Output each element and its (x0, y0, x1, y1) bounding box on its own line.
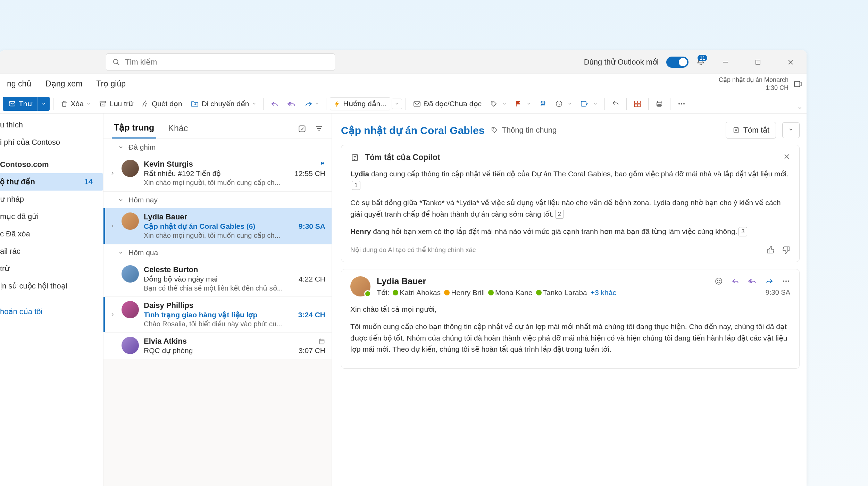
close-icon (783, 153, 790, 160)
thumbs-down-button[interactable] (782, 246, 790, 254)
section-yesterday[interactable]: Hôm qua (103, 244, 332, 261)
folder-inbox[interactable]: ộ thư đến14 (0, 173, 103, 191)
rules-button[interactable] (577, 98, 601, 110)
reference-badge[interactable]: 3 (738, 227, 747, 236)
message-item[interactable]: Kevin Sturgis Rất nhiều #192 Tiến độ12:5… (103, 156, 332, 191)
flag-button[interactable] (511, 98, 534, 109)
search-input[interactable]: Tìm kiếm (106, 53, 335, 71)
reading-pane: Cập nhật dự án Coral Gables Thông tin ch… (332, 114, 807, 486)
minimize-button[interactable] (713, 54, 738, 70)
reference-badge[interactable]: 2 (555, 210, 564, 219)
folder-deleted[interactable]: c Đã xóa (0, 225, 103, 243)
reply-button[interactable] (731, 277, 740, 285)
folder-favorites[interactable]: u thích (0, 116, 103, 134)
chevron-right-icon[interactable] (110, 223, 115, 229)
next-meeting[interactable]: Cập nhật dự án Monarch 1:30 CH (719, 76, 807, 92)
quick-steps-dropdown[interactable] (392, 99, 402, 109)
copilot-close-button[interactable] (783, 153, 790, 162)
svg-point-43 (717, 280, 718, 281)
filter-icon[interactable] (315, 124, 323, 133)
tab-home[interactable]: ng chủ (0, 74, 39, 94)
meeting-join-icon[interactable] (793, 79, 802, 89)
folder-pane: u thích i phí của Contoso Contoso.com ộ … (0, 114, 103, 486)
tab-other[interactable]: Khác (166, 120, 190, 138)
reply-all-button[interactable] (284, 98, 300, 110)
forward-button[interactable] (765, 277, 774, 285)
sweep-button[interactable]: Quét dọn (138, 98, 186, 110)
snooze-button[interactable] (552, 98, 575, 110)
react-button[interactable] (715, 277, 723, 285)
chevron-down-icon (118, 250, 124, 255)
message-item[interactable]: Celeste Burton Đồng bộ vào ngày mai4:22 … (103, 261, 332, 297)
rules-icon (580, 100, 589, 108)
chevron-right-icon[interactable] (110, 170, 115, 176)
print-button[interactable] (652, 98, 667, 110)
tag-button[interactable] (486, 98, 510, 110)
sender-avatar[interactable] (350, 276, 370, 296)
preview: Xin chào mọi người, tôi muốn cung cấp ch… (144, 231, 325, 240)
more-recipients-link[interactable]: +3 khác (591, 288, 616, 297)
tab-help[interactable]: Trợ giúp (89, 74, 133, 94)
new-mail-dropdown[interactable] (37, 97, 50, 111)
chevron-down-icon (252, 102, 256, 106)
tab-focused[interactable]: Tập trung (112, 119, 156, 139)
thumbs-up-button[interactable] (767, 246, 775, 254)
reply-all-button[interactable] (748, 277, 757, 285)
read-unread-button[interactable]: Đã đọc/Chưa đọc (409, 98, 485, 110)
account-contoso[interactable]: Contoso.com (0, 156, 103, 173)
folder-sent[interactable]: mục đã gửi (0, 208, 103, 225)
message-item[interactable]: Daisy Phillips Tình trạng giao hàng vật … (103, 297, 332, 333)
archive-button[interactable]: Lưu trữ (95, 98, 136, 110)
more-button[interactable] (674, 98, 689, 110)
reading-subtitle[interactable]: Thông tin chung (491, 126, 557, 135)
folder-archive[interactable]: trữ (0, 260, 103, 277)
folder-drafts[interactable]: ư nháp (0, 191, 103, 208)
svg-rect-14 (638, 101, 640, 103)
my-account-link[interactable]: hoản của tôi (0, 303, 103, 320)
notification-badge: 11 (698, 55, 707, 61)
tab-view[interactable]: Dạng xem (39, 74, 89, 94)
ribbon-expand[interactable] (798, 106, 802, 112)
reply-button[interactable] (267, 98, 282, 110)
svg-point-22 (683, 103, 685, 104)
folder-conversation-history[interactable]: ịn sử cuộc hội thoại (0, 277, 103, 295)
svg-point-10 (492, 102, 493, 103)
section-pinned[interactable]: Đã ghim (103, 139, 332, 156)
select-mode-icon[interactable] (298, 124, 307, 133)
pin-icon[interactable] (318, 160, 325, 169)
quick-steps-button[interactable]: Hướng dẫn... (330, 97, 390, 110)
move-to-button[interactable]: Di chuyển đến (187, 98, 260, 110)
chevron-down-icon (798, 106, 802, 110)
copilot-icon (732, 126, 740, 134)
new-mail-button[interactable]: Thư (3, 97, 37, 111)
svg-rect-13 (635, 101, 637, 103)
more-actions-button[interactable] (782, 277, 790, 285)
notifications-button[interactable]: 11 (696, 57, 705, 67)
sender-name: Celeste Burton (144, 265, 198, 274)
close-button[interactable] (778, 54, 803, 70)
reading-more-dropdown[interactable] (782, 122, 800, 138)
section-today[interactable]: Hôm nay (103, 191, 332, 208)
reference-badge[interactable]: 1 (352, 181, 360, 190)
message-item[interactable]: Lydia Bauer Cập nhật dự án Coral Gables … (103, 208, 332, 244)
mail-time: 9:30 SA (766, 288, 790, 296)
folder-contoso-fees[interactable]: i phí của Contoso (0, 134, 103, 151)
summarize-button[interactable]: Tóm tắt (726, 122, 776, 139)
chevron-right-icon[interactable] (110, 312, 115, 317)
folder-junk[interactable]: ail rác (0, 243, 103, 260)
immersive-reader-button[interactable] (630, 98, 645, 110)
maximize-button[interactable] (745, 54, 770, 70)
svg-rect-8 (100, 101, 106, 103)
reply-all-icon (287, 100, 296, 108)
svg-point-47 (788, 280, 789, 282)
pin-button[interactable] (536, 98, 550, 110)
forward-button[interactable] (301, 98, 323, 110)
flag-icon (515, 100, 522, 107)
chevron-down-icon (527, 102, 531, 106)
delete-button[interactable]: Xóa (57, 98, 94, 110)
undo-button[interactable] (608, 98, 623, 110)
message-item[interactable]: Elvia Atkins RQC dự phòng3:07 CH (103, 333, 332, 359)
chevron-down-icon (395, 102, 399, 106)
try-new-outlook-toggle[interactable] (666, 57, 688, 68)
reply-icon (270, 100, 279, 108)
